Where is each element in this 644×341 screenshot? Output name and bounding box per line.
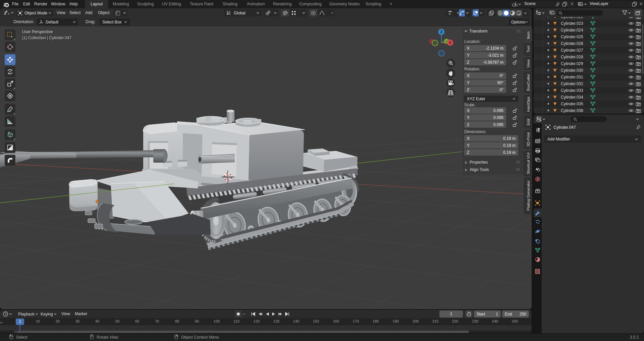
svg-text:Z: Z (440, 30, 442, 34)
svg-text:X: X (449, 41, 451, 45)
